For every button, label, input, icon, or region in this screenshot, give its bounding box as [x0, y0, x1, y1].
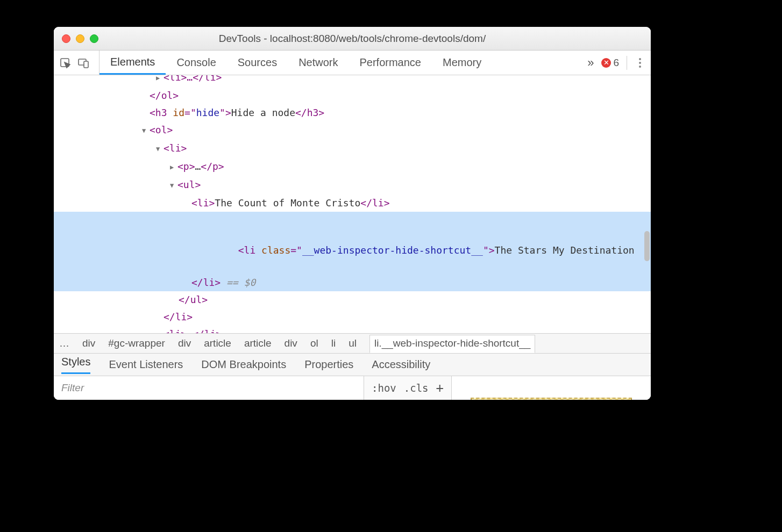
tab-elements[interactable]: Elements — [99, 51, 166, 75]
error-badge[interactable]: ✕ 6 — [601, 57, 619, 69]
close-icon[interactable] — [62, 34, 70, 43]
styles-filter-input[interactable] — [54, 376, 364, 400]
hov-toggle[interactable]: :hov — [372, 382, 396, 394]
dom-row-selected[interactable]: </li> == $0 — [54, 274, 651, 291]
svg-rect-2 — [84, 61, 88, 68]
tab-styles[interactable]: Styles — [61, 356, 90, 374]
tabs-overflow-icon[interactable]: » — [587, 56, 594, 70]
dom-breadcrumbs[interactable]: … div #gc-wrapper div article article di… — [54, 333, 651, 354]
zoom-icon[interactable] — [90, 34, 98, 43]
crumb[interactable]: ol — [310, 337, 318, 349]
tab-accessibility[interactable]: Accessibility — [372, 358, 430, 371]
margin-box-icon — [471, 398, 632, 400]
dom-row[interactable]: <li>The Count of Monte Cristo</li> — [54, 195, 651, 212]
cls-toggle[interactable]: .cls — [404, 382, 429, 394]
crumb-selected[interactable]: li.__web-inspector-hide-shortcut__ — [369, 335, 535, 353]
tab-event-listeners[interactable]: Event Listeners — [109, 358, 183, 371]
separator — [627, 56, 627, 70]
scrollbar-thumb[interactable] — [644, 231, 650, 261]
tab-dom-breakpoints[interactable]: DOM Breakpoints — [201, 358, 286, 371]
window-title: DevTools - localhost:8080/web/tools/chro… — [54, 33, 651, 45]
box-model-preview — [452, 376, 651, 400]
crumb[interactable]: li — [331, 337, 336, 349]
crumb[interactable]: ul — [349, 337, 357, 349]
dom-row[interactable]: <li> — [54, 140, 651, 158]
tab-properties[interactable]: Properties — [304, 358, 353, 371]
tab-performance[interactable]: Performance — [349, 51, 432, 75]
panel-tabs: Elements Console Sources Network Perform… — [99, 51, 492, 75]
devtools-window: DevTools - localhost:8080/web/tools/chro… — [54, 27, 651, 400]
devtools-toolbar: Elements Console Sources Network Perform… — [54, 51, 651, 75]
elements-panel[interactable]: <li>…</li> </ol> <h3 id="hide">Hide a no… — [54, 75, 651, 333]
kebab-menu-icon[interactable] — [635, 58, 645, 68]
crumb[interactable]: article — [244, 337, 272, 349]
tab-sources[interactable]: Sources — [227, 51, 288, 75]
crumb[interactable]: … — [59, 337, 69, 349]
inspect-element-icon[interactable] — [59, 57, 71, 69]
dom-row[interactable]: <li>…</li> — [54, 75, 651, 87]
dom-row-selected[interactable]: <li class="__web-inspector-hide-shortcut… — [54, 212, 651, 274]
crumb[interactable]: article — [204, 337, 231, 349]
traffic-lights — [54, 34, 98, 43]
minimize-icon[interactable] — [76, 34, 84, 43]
sidebar-tabs: Styles Event Listeners DOM Breakpoints P… — [54, 354, 651, 376]
crumb[interactable]: #gc-wrapper — [108, 337, 165, 349]
crumb[interactable]: div — [285, 337, 297, 349]
dom-tree[interactable]: <li>…</li> </ol> <h3 id="hide">Hide a no… — [54, 75, 651, 333]
tab-network[interactable]: Network — [288, 51, 349, 75]
tab-console[interactable]: Console — [166, 51, 226, 75]
dom-row[interactable]: </ul> — [54, 291, 651, 308]
dom-row[interactable]: </li> — [54, 308, 651, 326]
styles-filter-row: :hov .cls + — [54, 376, 651, 400]
new-style-rule-icon[interactable]: + — [436, 380, 444, 396]
crumb[interactable]: div — [178, 337, 191, 349]
dom-row[interactable]: <ul> — [54, 176, 651, 195]
dom-row[interactable]: <p>…</p> — [54, 158, 651, 176]
styles-toggles: :hov .cls + — [364, 376, 452, 400]
error-icon: ✕ — [601, 58, 611, 68]
dom-row[interactable]: <h3 id="hide">Hide a node</h3> — [54, 104, 651, 121]
dom-row[interactable]: </ol> — [54, 87, 651, 104]
device-toolbar-icon[interactable] — [77, 57, 89, 69]
titlebar: DevTools - localhost:8080/web/tools/chro… — [54, 27, 651, 51]
dom-row[interactable]: <li>…</li> — [54, 326, 651, 333]
error-count: 6 — [613, 57, 619, 69]
crumb[interactable]: div — [82, 337, 95, 349]
dom-row[interactable]: <ol> — [54, 121, 651, 140]
tab-memory[interactable]: Memory — [432, 51, 492, 75]
